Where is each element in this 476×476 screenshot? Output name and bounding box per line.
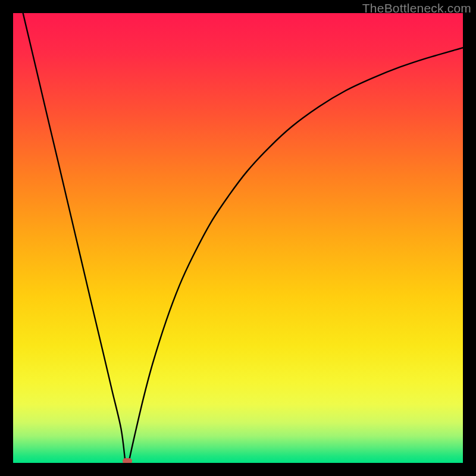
- minimum-marker: [123, 458, 132, 463]
- bottleneck-curve: [23, 13, 463, 460]
- watermark-text: TheBottleneck.com: [362, 1, 471, 15]
- bottleneck-chart: TheBottleneck.com: [0, 0, 476, 476]
- curve-layer: [13, 13, 463, 463]
- plot-area: [13, 13, 463, 463]
